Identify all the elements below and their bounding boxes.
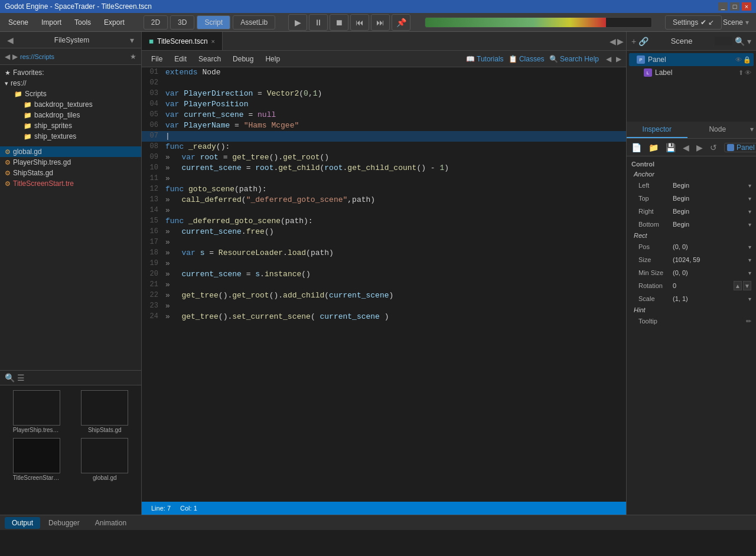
- size-dropdown-icon[interactable]: ▾: [748, 257, 751, 263]
- code-nav-next[interactable]: ▶: [616, 55, 621, 63]
- favorite-star-icon[interactable]: ★: [130, 53, 136, 61]
- tab-navigation: ◀ ▶: [607, 37, 626, 46]
- scripts-folder[interactable]: 📁 Scripts: [9, 89, 141, 99]
- file-global-gd[interactable]: ⚙ global.gd: [0, 146, 141, 157]
- step-prev-button[interactable]: ⏮: [350, 14, 369, 31]
- menu-import[interactable]: Import: [35, 16, 67, 29]
- file-titlescreenstart-tre[interactable]: ⚙ TitleScreenStart.tre: [0, 178, 141, 189]
- titlebar-controls[interactable]: _ □ ×: [718, 2, 751, 11]
- view-2d[interactable]: 2D: [144, 15, 168, 30]
- tab-nav-next[interactable]: ▶: [617, 37, 624, 46]
- bottom-dropdown-icon[interactable]: ▾: [748, 221, 751, 228]
- tooltip-edit-icon[interactable]: ✏: [746, 318, 751, 325]
- stop-button[interactable]: ⏹: [330, 14, 348, 31]
- view-3d[interactable]: 3D: [170, 15, 194, 30]
- path-forward-icon[interactable]: ▶: [12, 53, 18, 61]
- insp-refresh-icon[interactable]: ↺: [708, 142, 719, 153]
- code-nav-prev[interactable]: ◀: [606, 55, 611, 63]
- rotation-down-btn[interactable]: ▼: [743, 281, 751, 290]
- insp-next-icon[interactable]: ▶: [694, 142, 705, 153]
- inspector-row-tooltip: Tooltip ✏: [629, 315, 754, 328]
- close-button[interactable]: ×: [742, 2, 751, 11]
- path-back-icon[interactable]: ◀: [5, 53, 10, 61]
- insp-prev-icon[interactable]: ◀: [680, 142, 692, 153]
- thumb-search-icon[interactable]: 🔍: [5, 373, 15, 382]
- left-dropdown-icon[interactable]: ▾: [748, 182, 751, 189]
- panel-lock-icon[interactable]: 🔒: [743, 56, 751, 64]
- insp-new-icon[interactable]: 📄: [629, 142, 644, 153]
- code-line-20: 20 » current_scene = s.instance(): [142, 269, 626, 280]
- bottom-tab-output[interactable]: Output: [5, 517, 40, 529]
- thumbnail-titlescreenstart[interactable]: TitleScreenStart.tres.gd: [5, 438, 69, 481]
- minimize-button[interactable]: _: [718, 2, 728, 11]
- menu-tools[interactable]: Tools: [69, 16, 97, 29]
- step-next-button[interactable]: ⏭: [371, 14, 390, 31]
- tooltip-label: Tooltip: [631, 318, 673, 325]
- backdrop-tiles-folder[interactable]: 📁 backdrop_tiles: [19, 110, 141, 120]
- tab-close-icon[interactable]: ×: [211, 38, 215, 45]
- scene-node-label[interactable]: L Label ⬆ 👁: [629, 66, 754, 79]
- right-dropdown-icon[interactable]: ▾: [748, 208, 751, 215]
- code-menu-debug[interactable]: Debug: [228, 53, 258, 65]
- inspector-row-minsize: Min Size (0, 0) ▾: [629, 266, 754, 279]
- ship-textures-folder[interactable]: 📁 ship_textures: [19, 131, 141, 142]
- bottom-tab-animation[interactable]: Animation: [88, 517, 133, 529]
- code-menu-help[interactable]: Help: [260, 53, 285, 65]
- settings-button[interactable]: Settings ✔ ↙: [665, 15, 722, 30]
- thumbnail-global-gd[interactable]: global.gd: [73, 438, 137, 481]
- top-dropdown-icon[interactable]: ▾: [748, 195, 751, 202]
- classes-link[interactable]: 📋 Classes: [509, 55, 545, 63]
- file-shipstats-gd[interactable]: ⚙ ShipStats.gd: [0, 168, 141, 178]
- res-item[interactable]: ▾ res://: [0, 78, 141, 89]
- menu-export[interactable]: Export: [98, 16, 131, 29]
- play-button[interactable]: ▶: [288, 14, 307, 31]
- tab-nav-prev[interactable]: ◀: [610, 37, 616, 46]
- favorites-item[interactable]: ★ Favorites:: [0, 67, 141, 78]
- scene-link-button[interactable]: 🔗: [638, 37, 649, 46]
- tutorials-link[interactable]: 📖 Tutorials: [466, 55, 504, 63]
- file-playership-tres-gd[interactable]: ⚙ PlayerShip.tres.gd: [0, 157, 141, 168]
- current-path: res://Scripts: [20, 53, 128, 60]
- label-eye-icon[interactable]: 👁: [745, 69, 751, 77]
- label-node-label: Label: [655, 68, 738, 77]
- code-menu-edit[interactable]: Edit: [170, 53, 191, 65]
- code-menu-search[interactable]: Search: [194, 53, 226, 65]
- maximize-button[interactable]: □: [730, 2, 739, 11]
- panel-visibility-icon[interactable]: 👁: [735, 56, 742, 64]
- menu-scene[interactable]: Scene: [2, 16, 34, 29]
- inspector-tab-node[interactable]: Node: [687, 122, 748, 138]
- fs-back-button[interactable]: ◀: [5, 35, 16, 45]
- view-script[interactable]: Script: [197, 15, 230, 30]
- thumbnail-shipstats[interactable]: ShipStats.gd: [73, 390, 137, 433]
- label-visibility-icon[interactable]: ⬆: [738, 69, 744, 77]
- thumb-list-icon[interactable]: ☰: [17, 373, 25, 382]
- scene-expand-icon[interactable]: ▾: [745, 18, 749, 27]
- tab-titlescreen[interactable]: ◼ TitleScreen.tscn ×: [142, 32, 223, 50]
- insp-folder-icon[interactable]: 📁: [646, 142, 661, 153]
- fs-dropdown-button[interactable]: ▾: [128, 35, 136, 45]
- thumbnail-playership[interactable]: PlayerShip.tres.gd: [5, 390, 69, 433]
- pos-dropdown-icon[interactable]: ▾: [748, 244, 751, 250]
- pause-button[interactable]: ⏸: [309, 14, 328, 31]
- insp-save-icon[interactable]: 💾: [663, 142, 678, 153]
- backdrop-textures-folder[interactable]: 📁 backdrop_textures: [19, 99, 141, 110]
- scripts-label: Scripts: [25, 90, 47, 98]
- scene-node-panel[interactable]: P Panel 👁 🔒: [629, 53, 754, 66]
- view-assetlib[interactable]: AssetLib: [233, 15, 275, 30]
- ship-sprites-folder[interactable]: 📁 ship_sprites: [19, 120, 141, 131]
- scene-search-input[interactable]: [715, 37, 732, 45]
- editor-content[interactable]: 01 extends Node 02 03 var PlayerDirectio…: [142, 67, 626, 502]
- scene-dropdown-icon[interactable]: ▾: [747, 37, 751, 46]
- scene-add-button[interactable]: +: [631, 37, 636, 46]
- search-help-link[interactable]: 🔍 Search Help: [549, 55, 599, 63]
- code-menu-file[interactable]: File: [146, 53, 167, 65]
- rotation-up-btn[interactable]: ▲: [734, 281, 742, 290]
- code-line-1: 01 extends Node: [142, 67, 626, 78]
- scene-search-icon[interactable]: 🔍: [735, 37, 745, 46]
- inspector-tab-inspector[interactable]: Inspector: [627, 122, 687, 138]
- inspector-dropdown-icon[interactable]: ▾: [748, 122, 756, 138]
- pin-button[interactable]: 📌: [392, 14, 410, 31]
- minsize-dropdown-icon[interactable]: ▾: [748, 270, 751, 276]
- bottom-tab-debugger[interactable]: Debugger: [41, 517, 87, 529]
- scale-dropdown-icon[interactable]: ▾: [748, 296, 751, 302]
